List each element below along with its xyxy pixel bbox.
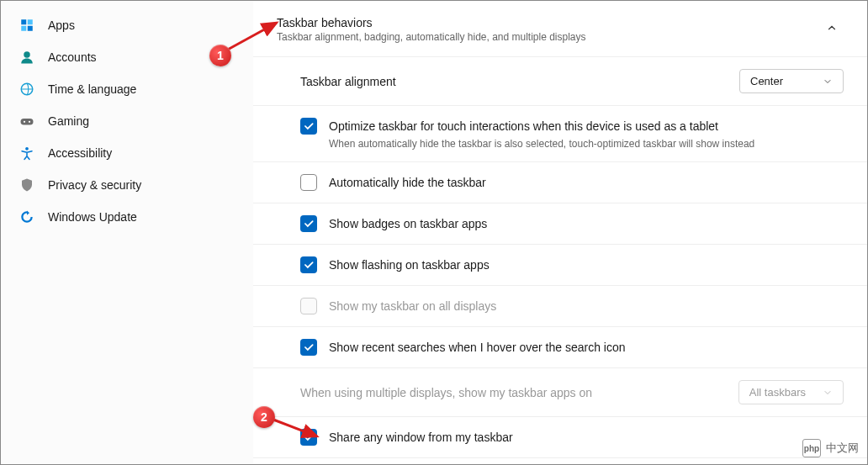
row-label: Optimize taskbar for touch interactions … [329, 119, 718, 133]
select-value: Center [750, 75, 783, 87]
chevron-up-icon [826, 22, 838, 34]
settings-sidebar: Apps Accounts Time & language Gaming Acc… [1, 1, 253, 464]
sidebar-item-label: Accessibility [48, 146, 112, 160]
row-all-displays: Show my taskbar on all displays [253, 286, 867, 327]
row-label: Show badges on taskbar apps [329, 217, 487, 230]
sidebar-item-apps[interactable]: Apps [1, 9, 253, 41]
svg-rect-1 [28, 19, 33, 24]
multidisplay-select: All taskbars [738, 380, 844, 404]
sidebar-item-windows-update[interactable]: Windows Update [1, 201, 253, 233]
row-share-window: Share any window from my taskbar [253, 417, 867, 458]
accounts-icon [19, 50, 34, 65]
watermark-logo: php [802, 439, 821, 457]
row-autohide: Automatically hide the taskbar [253, 162, 867, 203]
gaming-icon [19, 114, 34, 129]
chevron-down-icon [823, 388, 833, 398]
accessibility-icon [19, 145, 34, 161]
svg-rect-6 [21, 119, 34, 125]
touch-checkbox[interactable] [300, 118, 317, 135]
main-content: Taskbar behaviors Taskbar alignment, bad… [253, 1, 867, 464]
watermark-text: 中文网 [826, 441, 859, 456]
annotation-badge-1: 1 [209, 45, 231, 66]
apps-icon [19, 18, 34, 33]
row-label: Show flashing on taskbar apps [329, 258, 490, 272]
section-header[interactable]: Taskbar behaviors Taskbar alignment, bad… [253, 1, 867, 57]
badges-checkbox[interactable] [300, 215, 317, 232]
sidebar-item-label: Time & language [48, 82, 136, 96]
flashing-checkbox[interactable] [300, 256, 317, 273]
row-label: Taskbar alignment [300, 75, 396, 88]
recent-checkbox[interactable] [300, 339, 317, 356]
alldisplays-checkbox [300, 298, 317, 314]
row-sublabel: When automatically hide the taskbar is a… [300, 138, 754, 150]
row-label: Show my taskbar on all displays [329, 299, 496, 313]
watermark: php 中文网 [802, 439, 859, 457]
row-label: Automatically hide the taskbar [329, 176, 486, 189]
collapse-toggle[interactable] [820, 16, 844, 40]
svg-point-8 [29, 121, 30, 123]
svg-point-4 [24, 51, 30, 58]
svg-point-7 [24, 121, 25, 123]
sidebar-item-label: Apps [48, 18, 75, 32]
svg-point-9 [25, 147, 29, 151]
row-label: Share any window from my taskbar [329, 431, 513, 444]
row-touch-optimize: Optimize taskbar for touch interactions … [253, 106, 867, 162]
windows-update-icon [19, 209, 34, 225]
sidebar-item-gaming[interactable]: Gaming [1, 105, 253, 137]
sidebar-item-label: Gaming [48, 114, 89, 128]
section-subtitle: Taskbar alignment, badging, automaticall… [277, 31, 586, 43]
share-checkbox[interactable] [300, 429, 317, 446]
row-flashing: Show flashing on taskbar apps [253, 245, 867, 286]
sidebar-item-label: Privacy & security [48, 178, 141, 192]
shield-icon [19, 177, 34, 193]
svg-rect-2 [21, 26, 26, 31]
time-language-icon [19, 82, 34, 97]
annotation-badge-2: 2 [253, 406, 275, 428]
row-multidisplay-apps: When using multiple displays, show my ta… [253, 368, 867, 417]
svg-rect-3 [28, 26, 33, 31]
chevron-down-icon [823, 77, 833, 87]
sidebar-item-label: Windows Update [48, 210, 137, 224]
alignment-select[interactable]: Center [739, 69, 844, 93]
section-title: Taskbar behaviors [277, 16, 586, 29]
svg-rect-0 [21, 19, 26, 24]
sidebar-item-time-language[interactable]: Time & language [1, 73, 253, 105]
row-recent-searches: Show recent searches when I hover over t… [253, 327, 867, 368]
row-taskbar-alignment: Taskbar alignment Center [253, 57, 867, 106]
sidebar-item-privacy-security[interactable]: Privacy & security [1, 169, 253, 201]
row-label: When using multiple displays, show my ta… [300, 386, 592, 399]
select-value: All taskbars [749, 386, 806, 399]
row-label: Show recent searches when I hover over t… [329, 341, 626, 354]
sidebar-item-accessibility[interactable]: Accessibility [1, 137, 253, 169]
row-badges: Show badges on taskbar apps [253, 203, 867, 245]
autohide-checkbox[interactable] [300, 174, 317, 191]
sidebar-item-label: Accounts [48, 50, 97, 64]
